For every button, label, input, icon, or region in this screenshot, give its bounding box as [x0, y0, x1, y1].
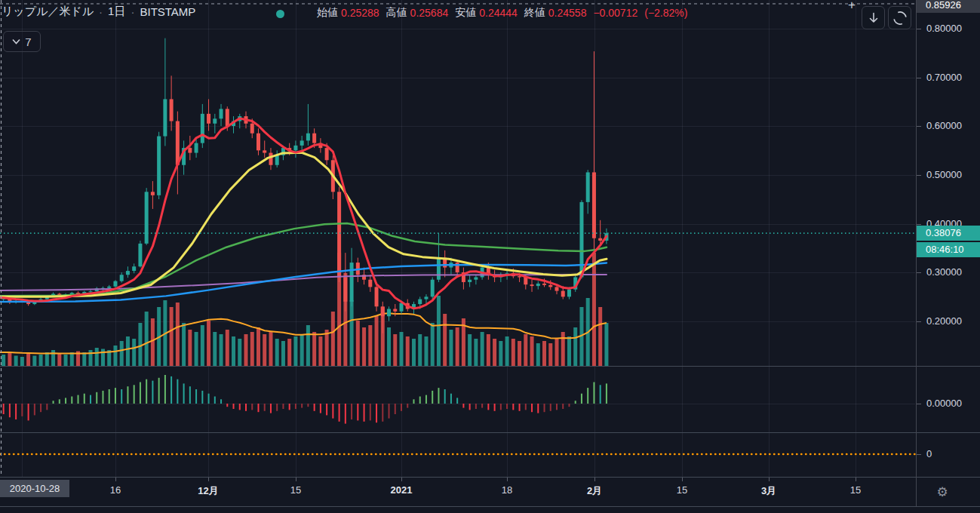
time-axis-label: 16: [110, 484, 121, 496]
price-axis-label: 0.50000: [926, 168, 962, 182]
high-label: 高値: [386, 6, 407, 20]
bar-countdown-badge: 08:46:10: [917, 242, 980, 257]
time-axis-label: 12月: [198, 484, 218, 498]
time-axis-label: 15: [290, 484, 301, 496]
exchange-label[interactable]: BITSTAMP: [140, 5, 195, 18]
price-axis-label: 0: [926, 447, 932, 461]
ohlc-legend: 始値 0.25288 高値 0.25684 安値 0.24444 終値 0.24…: [317, 6, 687, 20]
price-axis[interactable]: 0.800000.700000.600000.500000.400000.300…: [917, 0, 980, 506]
change-percent: (−2.82%): [644, 7, 687, 19]
indicators-collapse-button[interactable]: 7: [3, 31, 41, 52]
legend-separator: ·: [131, 5, 134, 18]
symbol-legend: リップル／米ドル · 1日 · BITSTAMP: [2, 5, 195, 19]
low-label: 安値: [455, 6, 476, 20]
time-axis-label: 2021: [391, 484, 413, 496]
settings-gear-icon[interactable]: ⚙: [929, 481, 955, 502]
change-value: −0.00712: [593, 7, 637, 19]
chevron-down-icon: [12, 38, 20, 45]
gridlines-layer: [0, 0, 915, 477]
symbol-title[interactable]: リップル／米ドル: [2, 5, 94, 19]
ma-fast: [0, 118, 607, 309]
price-axis-label: 0.30000: [926, 266, 962, 279]
price-axis-label: 0.70000: [926, 71, 962, 84]
open-value: 0.25288: [341, 7, 379, 19]
time-axis[interactable]: 1612月152021182月153月152020-10-28: [0, 477, 980, 506]
oscillator-histogram-layer: [0, 375, 607, 424]
crosshair-layer: [0, 0, 915, 477]
low-value: 0.24444: [479, 7, 518, 19]
market-status-icon: [276, 10, 284, 18]
crosshair-date-badge: 2020-10-28: [0, 480, 69, 497]
close-label: 終値: [524, 6, 545, 20]
price-axis-label: 0.60000: [926, 119, 962, 133]
time-axis-label: 15: [850, 484, 861, 496]
price-axis-label: 0.20000: [926, 315, 962, 328]
high-value: 0.25684: [410, 7, 449, 19]
interval-label[interactable]: 1日: [108, 5, 125, 19]
fullscreen-icon: [892, 10, 908, 26]
time-axis-label: 2月: [587, 484, 602, 498]
close-value: 0.24558: [548, 7, 587, 19]
time-axis-label: 15: [677, 484, 687, 496]
crosshair-plus-icon[interactable]: +: [848, 0, 856, 13]
volume-layer: [0, 253, 608, 366]
frame-layer: [0, 0, 980, 507]
arrow-down-icon: [866, 11, 881, 26]
legend-separator: ·: [99, 5, 103, 18]
scroll-to-recent-button[interactable]: [862, 6, 885, 29]
open-label: 始値: [317, 6, 338, 20]
chart-canvas[interactable]: [0, 0, 980, 513]
last-price-badge: 0.38076: [917, 226, 980, 241]
fullscreen-button[interactable]: [888, 6, 911, 29]
indicator-count: 7: [25, 35, 31, 48]
moving-averages-layer: [0, 118, 607, 309]
ma-slow: [0, 223, 607, 296]
plus-glyph: +: [848, 0, 856, 12]
price-axis-label: 0.80000: [926, 22, 962, 35]
time-axis-label: 3月: [761, 484, 776, 498]
price-axis-label: 0.00000: [926, 397, 962, 410]
crosshair-price-badge: 0.85926: [917, 0, 980, 13]
time-axis-label: 18: [502, 484, 512, 496]
ma-slowest: [0, 275, 607, 290]
chart-window: リップル／米ドル · 1日 · BITSTAMP 始値 0.25288 高値 0…: [0, 0, 980, 513]
